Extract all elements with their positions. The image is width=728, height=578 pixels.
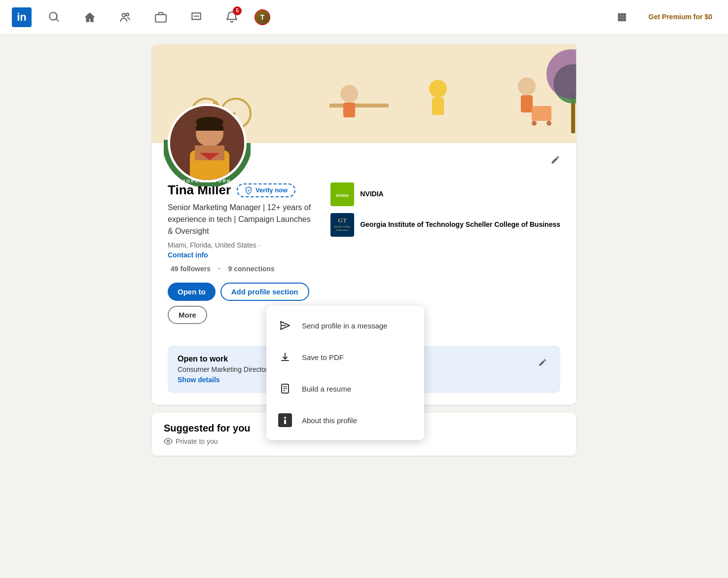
svg-rect-13 [620,18,623,21]
svg-rect-24 [343,103,355,117]
gt-name: Georgia Institute of Technology Scheller… [360,220,560,230]
more-dropdown-menu: Send profile in a message Save to PDF [266,306,424,440]
open-to-button[interactable]: Open to [168,283,216,301]
svg-point-5 [197,15,199,17]
svg-rect-12 [618,18,621,21]
svg-point-31 [546,121,551,126]
affiliation-nvidia: NVIDIA NVIDIA [330,182,560,206]
search-icon [48,11,61,24]
followers-separator: · [218,265,220,273]
user-avatar[interactable]: T [255,9,270,25]
profile-main-layout: Tina Miller Verify now Senior Marketing … [168,182,560,324]
dropdown-build-resume[interactable]: Build a resume [266,373,424,404]
followers-count: 49 followers [171,265,211,273]
gt-logo-svg: GT Scheller College of Business [330,215,354,235]
svg-rect-48 [281,360,289,361]
dropdown-send-profile[interactable]: Send profile in a message [266,310,424,341]
gt-logo: GT Scheller College of Business [330,213,354,237]
svg-point-54 [284,417,286,419]
dropdown-about-profile[interactable]: About this profile [266,404,424,436]
svg-point-27 [518,77,536,95]
svg-text:Scheller College: Scheller College [334,225,351,228]
svg-rect-8 [623,13,626,16]
info-icon [276,411,294,429]
svg-text:GT: GT [338,217,347,224]
notifications-button[interactable]: 5 [219,4,245,30]
home-button[interactable] [77,4,103,30]
affiliation-gt: GT Scheller College of Business Georgia … [330,213,560,237]
otw-edit-button[interactable] [535,355,550,370]
svg-point-1 [126,13,129,15]
more-button[interactable]: More [168,306,207,324]
home-icon [83,11,96,24]
about-profile-label: About this profile [302,416,357,425]
dropdown-save-pdf[interactable]: Save to PDF [266,341,424,373]
svg-rect-6 [618,13,621,16]
connections-count: 9 connections [228,265,275,273]
navbar: in [0,0,728,35]
svg-point-0 [122,13,126,17]
svg-text:of Business: of Business [336,229,349,231]
profile-followers: 49 followers · 9 connections [168,265,311,273]
svg-rect-55 [284,420,286,424]
svg-point-25 [429,80,447,98]
network-button[interactable] [112,4,138,30]
linkedin-logo[interactable]: in [12,7,32,27]
show-details-link[interactable]: Show details [178,376,220,384]
main-container: #OPENTOWORK [142,44,586,456]
svg-rect-29 [532,106,551,121]
download-icon [276,348,294,366]
send-icon [276,317,294,334]
grid-menu-button[interactable] [609,4,635,30]
svg-point-30 [532,121,537,126]
profile-headline: Senior Marketing Manager | 12+ years of … [168,202,311,237]
search-button[interactable] [41,4,67,30]
profile-location: Miami, Florida, United States · [168,241,311,249]
jobs-button[interactable] [148,4,174,30]
add-profile-section-button[interactable]: Add profile section [220,283,309,301]
svg-point-23 [340,85,358,103]
messaging-button[interactable] [183,4,209,30]
svg-rect-11 [623,16,626,19]
nvidia-logo-svg: NVIDIA [332,184,352,205]
nvidia-logo: NVIDIA [330,182,354,206]
about-profile-icon [278,413,292,427]
save-pdf-icon [279,351,291,363]
suggested-private-label: Private to you [176,437,218,445]
svg-point-4 [195,15,197,17]
svg-rect-14 [623,18,626,21]
svg-point-56 [167,440,170,443]
profile-left: Tina Miller Verify now Senior Marketing … [168,182,311,324]
svg-rect-26 [432,98,444,115]
notification-badge: 5 [233,6,242,15]
svg-rect-7 [620,13,623,16]
edit-profile-button[interactable] [546,151,564,169]
build-resume-label: Build a resume [302,385,351,393]
svg-rect-9 [618,16,621,19]
svg-rect-2 [155,14,166,22]
jobs-icon [154,11,167,24]
send-profile-icon [279,320,291,331]
profile-right: NVIDIA NVIDIA GT Scheller College of Bus… [330,182,560,244]
svg-point-3 [194,15,195,17]
eye-icon [164,437,173,446]
svg-rect-28 [521,95,533,112]
network-icon [119,11,132,24]
otw-pencil-icon [538,358,547,367]
svg-rect-22 [329,104,389,108]
contact-info-link[interactable]: Contact info [168,251,311,259]
save-pdf-label: Save to PDF [302,353,344,361]
svg-rect-10 [620,16,623,19]
verify-shield-icon [245,186,253,194]
grid-icon [617,12,627,23]
send-profile-label: Send profile in a message [302,322,387,330]
nvidia-name: NVIDIA [360,189,383,199]
pencil-icon [550,155,560,165]
get-premium-button[interactable]: Get Premium for $0 [645,10,716,23]
document-icon [276,380,294,397]
profile-avatar [168,104,247,182]
svg-text:NVIDIA: NVIDIA [336,193,349,198]
build-resume-icon [279,383,291,395]
messaging-icon [190,11,203,24]
